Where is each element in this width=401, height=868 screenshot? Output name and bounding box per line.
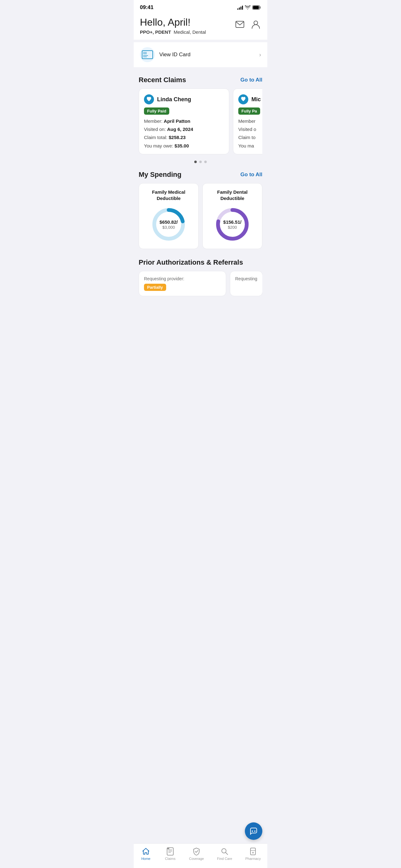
spending-section: My Spending Go to All Family Medical Ded… (134, 167, 267, 252)
wifi-icon (245, 5, 250, 10)
claims-go-to-all[interactable]: Go to All (240, 77, 262, 83)
header-left: Hello, April! PPO+, PDENT Medical, Denta… (140, 16, 206, 35)
prior-auth-title: Prior Authorizations & Referrals (139, 258, 262, 267)
claim-badge-1: Fully Paid (144, 107, 169, 115)
recent-claims-header: Recent Claims Go to All (139, 76, 262, 84)
prior-auth-scroll: Requesting provider: Partially Requestin… (139, 271, 262, 296)
claim-member-1: Member: April Patton (144, 118, 224, 124)
plan-types: Medical, Dental (174, 29, 206, 35)
claim-member-2: Member (238, 118, 262, 124)
claim-owe-2: You ma (238, 143, 262, 148)
prior-auth-badge-1: Partially (144, 284, 166, 291)
battery-icon (252, 5, 261, 10)
id-card-label: View ID Card (159, 52, 191, 58)
claim-card-2-header: Mic (238, 94, 262, 104)
signal-icon (237, 5, 243, 10)
claim-owe-1: You may owe: $35.00 (144, 143, 224, 148)
profile-button[interactable] (250, 19, 261, 31)
plan-info: PPO+, PDENT Medical, Dental (140, 29, 206, 35)
claim-heart-icon-2 (238, 94, 248, 104)
prior-auth-section: Prior Authorizations & Referrals Request… (134, 252, 267, 299)
spending-card-dental[interactable]: Family Dental Deductible $156.51/ $200 (202, 183, 262, 249)
claim-card-2[interactable]: Mic Fully Pa Member Visited o Claim to Y… (233, 88, 262, 154)
donut-dental-total: $200 (223, 225, 241, 230)
claim-card-1-header: Linda Cheng (144, 94, 224, 104)
mail-icon (235, 21, 244, 28)
header-icons (234, 19, 261, 31)
spending-cards: Family Medical Deductible $650.82/ $3,00… (139, 183, 262, 249)
donut-dental-label: $156.51/ $200 (223, 219, 241, 230)
id-card-icon (140, 47, 155, 62)
status-bar: 09:41 (134, 0, 267, 13)
mail-button[interactable] (234, 19, 245, 31)
svg-point-3 (254, 21, 258, 25)
profile-icon (252, 20, 260, 29)
header-divider (134, 40, 267, 42)
spending-title: My Spending (139, 170, 181, 179)
status-icons (237, 5, 261, 10)
claim-total-2: Claim to (238, 134, 262, 141)
claim-badge-2: Fully Pa (238, 107, 260, 115)
spending-card-medical[interactable]: Family Medical Deductible $650.82/ $3,00… (139, 183, 199, 249)
donut-dental-amount: $156.51/ (223, 219, 241, 225)
donut-dental: $156.51/ $200 (213, 206, 251, 243)
claim-provider-1: Linda Cheng (157, 96, 191, 103)
donut-medical-amount: $650.82/ (160, 219, 178, 225)
donut-medical-total: $3,000 (160, 225, 178, 230)
claim-visited-2: Visited o (238, 126, 262, 132)
donut-medical: $650.82/ $3,000 (150, 206, 188, 243)
status-time: 09:41 (140, 4, 153, 11)
header: Hello, April! PPO+, PDENT Medical, Denta… (134, 13, 267, 40)
claim-visited-1: Visited on: Aug 6, 2024 (144, 126, 224, 132)
greeting: Hello, April! (140, 16, 206, 28)
spending-dental-title: Family Dental Deductible (207, 189, 258, 201)
claim-card-1[interactable]: Linda Cheng Fully Paid Member: April Pat… (139, 88, 229, 154)
svg-rect-1 (253, 6, 259, 9)
prior-auth-provider-1: Requesting provider: (144, 276, 221, 281)
svg-rect-5 (143, 52, 147, 54)
claim-heart-icon-1 (144, 94, 154, 104)
prior-auth-card-2[interactable]: Requesting (230, 271, 262, 296)
recent-claims-section: Recent Claims Go to All Linda Cheng Full… (134, 70, 267, 167)
spending-medical-title: Family Medical Deductible (143, 189, 194, 201)
chevron-right-icon: › (259, 52, 261, 58)
dot-3 (204, 161, 207, 163)
donut-medical-label: $650.82/ $3,000 (160, 219, 178, 230)
view-id-card-row[interactable]: View ID Card › (134, 42, 267, 67)
dot-2 (199, 161, 202, 163)
id-card-divider (134, 67, 267, 70)
recent-claims-title: Recent Claims (139, 76, 186, 84)
claim-provider-2: Mic (252, 96, 261, 103)
carousel-dots (139, 161, 262, 163)
claim-total-1: Claim total: $258.23 (144, 134, 224, 141)
prior-auth-card-1[interactable]: Requesting provider: Partially (139, 271, 226, 296)
plan-name: PPO+, PDENT (140, 29, 171, 35)
prior-auth-provider-2: Requesting (235, 276, 257, 281)
id-card-left: View ID Card (140, 47, 191, 62)
svg-rect-4 (142, 51, 153, 59)
spending-header: My Spending Go to All (139, 170, 262, 179)
dot-1 (194, 161, 197, 163)
spending-go-to-all[interactable]: Go to All (240, 172, 262, 178)
claims-scroll: Linda Cheng Fully Paid Member: April Pat… (139, 88, 262, 157)
